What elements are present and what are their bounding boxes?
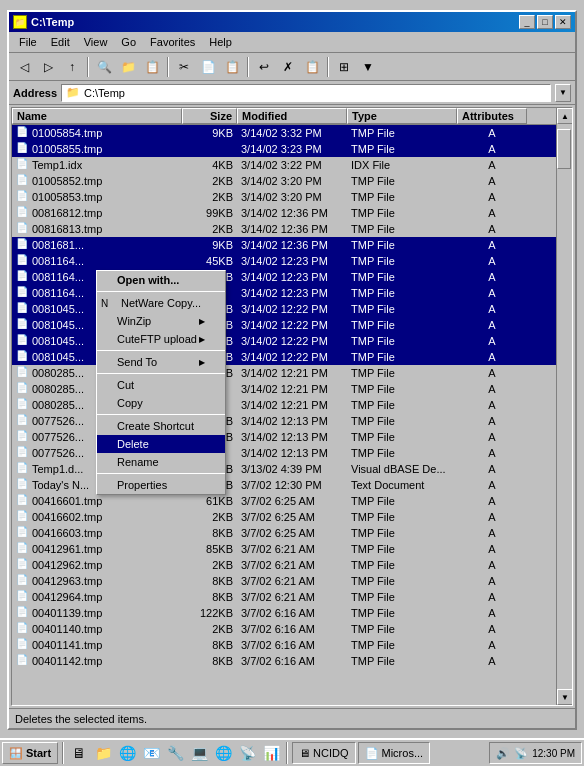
table-row[interactable]: 📄 00412963.tmp 8KB 3/7/02 6:21 AM TMP Fi…	[12, 573, 572, 589]
copy-button[interactable]: 📄	[197, 56, 219, 78]
cut-button[interactable]: ✂	[173, 56, 195, 78]
quick-launch-8[interactable]: 📡	[236, 742, 258, 764]
table-row[interactable]: 📄 0081681... 9KB 3/14/02 12:36 PM TMP Fi…	[12, 237, 572, 253]
quick-launch-6[interactable]: 💻	[188, 742, 210, 764]
table-row[interactable]: 📄 01005852.tmp 2KB 3/14/02 3:20 PM TMP F…	[12, 173, 572, 189]
start-button[interactable]: 🪟 Start	[2, 742, 58, 764]
forward-button[interactable]: ▷	[37, 56, 59, 78]
up-button[interactable]: ↑	[61, 56, 83, 78]
delete-button[interactable]: ✗	[277, 56, 299, 78]
col-header-modified[interactable]: Modified	[237, 108, 347, 124]
context-menu-item[interactable]: Delete	[97, 435, 225, 453]
context-menu-item[interactable]: Open with...	[97, 271, 225, 289]
menu-file[interactable]: File	[13, 34, 43, 50]
scroll-thumb[interactable]	[557, 129, 571, 169]
close-button[interactable]: ✕	[555, 15, 571, 29]
folders-button[interactable]: 📁	[117, 56, 139, 78]
file-type: TMP File	[347, 349, 457, 365]
table-row[interactable]: 📄 01005854.tmp 9KB 3/14/02 3:32 PM TMP F…	[12, 125, 572, 141]
table-row[interactable]: 📄 00401141.tmp 8KB 3/7/02 6:16 AM TMP Fi…	[12, 637, 572, 653]
file-type: TMP File	[347, 205, 457, 221]
menu-favorites[interactable]: Favorites	[144, 34, 201, 50]
col-header-name[interactable]: Name	[12, 108, 182, 124]
table-row[interactable]: 📄 00412962.tmp 2KB 3/7/02 6:21 AM TMP Fi…	[12, 557, 572, 573]
file-type: TMP File	[347, 221, 457, 237]
col-header-type[interactable]: Type	[347, 108, 457, 124]
menu-help[interactable]: Help	[203, 34, 238, 50]
file-icon: 📄	[16, 558, 30, 572]
table-row[interactable]: 📄 01005853.tmp 2KB 3/14/02 3:20 PM TMP F…	[12, 189, 572, 205]
table-row[interactable]: 📄 0081164... 45KB 3/14/02 12:23 PM TMP F…	[12, 253, 572, 269]
views-button[interactable]: ⊞	[333, 56, 355, 78]
context-menu-item[interactable]: CuteFTP upload▶	[97, 330, 225, 348]
table-row[interactable]: 📄 00816812.tmp 99KB 3/14/02 12:36 PM TMP…	[12, 205, 572, 221]
taskbar-app-micro[interactable]: 📄 Micros...	[358, 742, 431, 764]
paste-button[interactable]: 📋	[221, 56, 243, 78]
menu-view[interactable]: View	[78, 34, 114, 50]
history-button[interactable]: 📋	[141, 56, 163, 78]
table-row[interactable]: 📄 00816813.tmp 2KB 3/14/02 12:36 PM TMP …	[12, 221, 572, 237]
quick-launch-1[interactable]: 🖥	[68, 742, 90, 764]
context-menu-item[interactable]: WinZip▶	[97, 312, 225, 330]
scroll-up-button[interactable]: ▲	[557, 108, 573, 124]
file-type: TMP File	[347, 173, 457, 189]
scrollbar-vertical[interactable]: ▲ ▼	[556, 108, 572, 705]
table-row[interactable]: 📄 Temp1.idx 4KB 3/14/02 3:22 PM IDX File…	[12, 157, 572, 173]
file-size: 8KB	[182, 637, 237, 653]
table-row[interactable]: 📄 00412961.tmp 85KB 3/7/02 6:21 AM TMP F…	[12, 541, 572, 557]
file-icon: 📄	[16, 174, 30, 188]
context-menu-item[interactable]: Send To▶	[97, 353, 225, 371]
context-menu-item[interactable]: Copy	[97, 394, 225, 412]
file-type: TMP File	[347, 189, 457, 205]
context-menu-item[interactable]: Properties	[97, 476, 225, 494]
menu-go[interactable]: Go	[115, 34, 142, 50]
minimize-button[interactable]: _	[519, 15, 535, 29]
file-name: 0077526...	[32, 431, 84, 443]
context-menu-item[interactable]: Rename	[97, 453, 225, 471]
file-attr: A	[457, 221, 527, 237]
file-modified: 3/7/02 6:16 AM	[237, 653, 347, 669]
quick-launch-3[interactable]: 🌐	[116, 742, 138, 764]
col-header-attributes[interactable]: Attributes	[457, 108, 527, 124]
table-row[interactable]: 📄 00401140.tmp 2KB 3/7/02 6:16 AM TMP Fi…	[12, 621, 572, 637]
scroll-down-button[interactable]: ▼	[557, 689, 573, 705]
col-header-size[interactable]: Size	[182, 108, 237, 124]
file-attr: A	[457, 637, 527, 653]
table-row[interactable]: 📄 00416601.tmp 61KB 3/7/02 6:25 AM TMP F…	[12, 493, 572, 509]
table-row[interactable]: 📄 00401139.tmp 122KB 3/7/02 6:16 AM TMP …	[12, 605, 572, 621]
properties-button[interactable]: 📋	[301, 56, 323, 78]
maximize-button[interactable]: □	[537, 15, 553, 29]
search-button[interactable]: 🔍	[93, 56, 115, 78]
views-dropdown[interactable]: ▼	[357, 56, 379, 78]
quick-launch-7[interactable]: 🌐	[212, 742, 234, 764]
table-row[interactable]: 📄 00401142.tmp 8KB 3/7/02 6:16 AM TMP Fi…	[12, 653, 572, 669]
file-type: TMP File	[347, 429, 457, 445]
context-menu-item[interactable]: Cut	[97, 376, 225, 394]
quick-launch-5[interactable]: 🔧	[164, 742, 186, 764]
file-icon: 📄	[16, 462, 30, 476]
table-row[interactable]: 📄 00416603.tmp 8KB 3/7/02 6:25 AM TMP Fi…	[12, 525, 572, 541]
file-size: 85KB	[182, 541, 237, 557]
file-icon: 📄	[16, 510, 30, 524]
taskbar-app-ncidq[interactable]: 🖥 NCIDQ	[292, 742, 355, 764]
table-row[interactable]: 📄 00416602.tmp 2KB 3/7/02 6:25 AM TMP Fi…	[12, 509, 572, 525]
undo-button[interactable]: ↩	[253, 56, 275, 78]
file-icon: 📄	[16, 238, 30, 252]
file-attr: A	[457, 125, 527, 141]
back-button[interactable]: ◁	[13, 56, 35, 78]
context-menu-item[interactable]: NNetWare Copy...	[97, 294, 225, 312]
context-menu-item[interactable]: Create Shortcut	[97, 417, 225, 435]
file-attr: A	[457, 301, 527, 317]
menu-edit[interactable]: Edit	[45, 34, 76, 50]
quick-launch-2[interactable]: 📁	[92, 742, 114, 764]
quick-launch-4[interactable]: 📧	[140, 742, 162, 764]
addressbar-input[interactable]: 📁 C:\Temp	[61, 84, 551, 102]
file-name: 00416602.tmp	[32, 511, 102, 523]
addressbar-dropdown[interactable]: ▼	[555, 84, 571, 102]
file-size	[182, 141, 237, 157]
quick-launch-9[interactable]: 📊	[260, 742, 282, 764]
table-row[interactable]: 📄 01005855.tmp 3/14/02 3:23 PM TMP File …	[12, 141, 572, 157]
scroll-track[interactable]	[557, 124, 572, 689]
table-row[interactable]: 📄 00412964.tmp 8KB 3/7/02 6:21 AM TMP Fi…	[12, 589, 572, 605]
file-attr: A	[457, 141, 527, 157]
